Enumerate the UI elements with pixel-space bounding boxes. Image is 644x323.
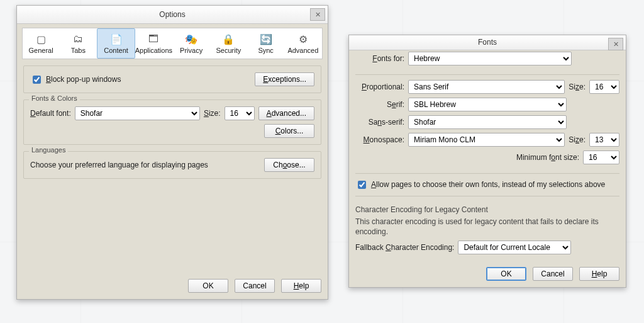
proportional-size-select[interactable]: 16 (589, 80, 619, 94)
fonts-dialog-buttons: OK Cancel Help (349, 263, 626, 287)
serif-label: Serif: (355, 100, 404, 109)
tab-label: Privacy (180, 47, 203, 54)
tab-label: General (29, 47, 53, 54)
serif-select[interactable]: SBL Hebrew (408, 98, 567, 111)
mono-size-label: Size: (569, 135, 586, 144)
mask-icon: 🎭 (185, 33, 197, 45)
encoding-description: This character encoding is used for lega… (355, 217, 619, 237)
choose-button[interactable]: Choose... (264, 158, 314, 172)
sync-icon: 🔄 (260, 33, 272, 45)
fallback-encoding-label: Fallback Character Encoding: (355, 243, 454, 252)
fonts-titlebar: Fonts ✕ (349, 35, 626, 50)
min-font-size-label: Minimum font size: (516, 153, 579, 162)
colors-button[interactable]: Colors... (264, 124, 314, 138)
default-font-size-select[interactable]: 16 (225, 106, 255, 120)
fonts-colors-label: Fonts & Colors (29, 94, 80, 102)
languages-group: Languages Choose your preferred language… (23, 151, 321, 179)
ok-button[interactable]: OK (486, 267, 526, 281)
close-icon[interactable]: ✕ (608, 38, 623, 50)
tab-general[interactable]: ▢ General (23, 28, 60, 59)
lock-icon: 🔒 (222, 33, 235, 45)
switch-icon: ▢ (35, 33, 47, 45)
fonts-title: Fonts (478, 38, 497, 47)
fonts-for-label: Fonts for: (355, 54, 404, 63)
fonts-window: Fonts ✕ Fonts for: Hebrew Proportional: … (348, 35, 626, 288)
tab-content[interactable]: 📄 Content (97, 28, 135, 59)
exceptions-button[interactable]: Exceptions... (255, 72, 314, 86)
tab-privacy[interactable]: 🎭 Privacy (173, 28, 210, 59)
folder-icon: 🗂 (72, 33, 84, 45)
fonts-for-select[interactable]: Hebrew (408, 52, 572, 65)
ok-button[interactable]: OK (188, 279, 228, 293)
proportional-select[interactable]: Sans Serif (408, 80, 565, 94)
tab-label: Applications (135, 47, 172, 54)
close-icon[interactable]: ✕ (310, 8, 325, 21)
advanced-button[interactable]: Advanced... (258, 106, 314, 120)
sans-serif-label: Sans-serif: (355, 118, 404, 127)
monospace-label: Monospace: (355, 135, 404, 144)
block-popups-checkbox[interactable]: BBlock pop-up windowslock pop-up windows (30, 74, 121, 86)
tab-tabs[interactable]: 🗂 Tabs (60, 28, 97, 59)
default-font-label: Default font: (30, 109, 71, 118)
languages-label: Languages (29, 146, 68, 154)
fonts-colors-group: Fonts & Colors Default font: Shofar Size… (23, 99, 321, 145)
proportional-label: Proportional: (355, 82, 404, 91)
options-dialog-buttons: OK Cancel Help (17, 275, 328, 299)
tab-sync[interactable]: 🔄 Sync (248, 28, 285, 59)
cancel-button[interactable]: Cancel (533, 267, 573, 281)
encoding-section-title: Character Encoding for Legacy Content (355, 205, 619, 214)
default-font-select[interactable]: Shofar (75, 106, 200, 120)
tab-label: Content (104, 47, 128, 54)
tab-advanced[interactable]: ⚙ Advanced (285, 28, 322, 59)
cancel-button[interactable]: Cancel (235, 279, 275, 293)
document-icon: 📄 (110, 33, 123, 45)
tab-label: Sync (258, 47, 273, 54)
options-title: Options (159, 10, 185, 19)
fallback-encoding-select[interactable]: Default for Current Locale (458, 241, 571, 254)
languages-text: Choose your preferred language for displ… (30, 161, 208, 169)
options-window: Options ✕ ▢ General 🗂 Tabs 📄 Content 🗔 A… (16, 5, 328, 300)
tab-applications[interactable]: 🗔 Applications (135, 28, 173, 59)
tab-label: Advanced (287, 47, 318, 54)
tab-label: Tabs (71, 47, 86, 54)
help-button[interactable]: Help (579, 267, 619, 281)
size-label: Size: (204, 109, 221, 118)
popups-group: BBlock pop-up windowslock pop-up windows… (23, 65, 321, 93)
sans-serif-select[interactable]: Shofar (408, 115, 567, 129)
allow-pages-checkbox[interactable]: Allow pages to choose their own fonts, i… (355, 179, 619, 191)
tab-security[interactable]: 🔒 Security (210, 28, 247, 59)
prop-size-label: Size: (569, 82, 586, 91)
tab-label: Security (216, 47, 242, 54)
apps-icon: 🗔 (147, 33, 160, 45)
options-titlebar: Options ✕ (17, 6, 328, 24)
monospace-select[interactable]: Miriam Mono CLM (408, 133, 565, 147)
gear-icon: ⚙ (297, 33, 309, 45)
min-font-size-select[interactable]: 16 (583, 150, 619, 164)
monospace-size-select[interactable]: 13 (589, 133, 619, 147)
options-category-toolbar: ▢ General 🗂 Tabs 📄 Content 🗔 Application… (22, 28, 323, 59)
help-button[interactable]: Help (281, 279, 321, 293)
